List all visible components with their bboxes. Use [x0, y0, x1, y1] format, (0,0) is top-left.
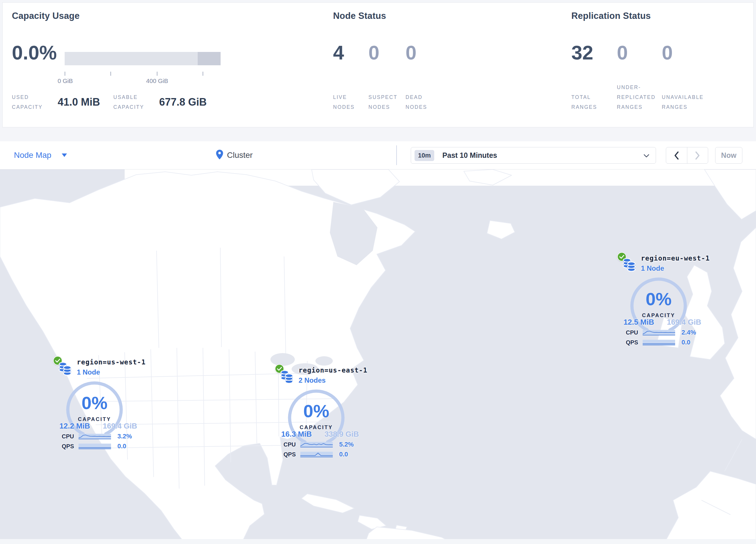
capacity-bar: [65, 52, 221, 65]
cpu-label: CPU: [626, 329, 643, 336]
time-back-button[interactable]: [666, 147, 687, 163]
capacity-percent: 0%: [286, 401, 347, 421]
qps-label: QPS: [283, 451, 300, 458]
qps-sparkline: [643, 340, 675, 345]
database-icon: [622, 258, 636, 273]
region-name: region=eu-west-1: [641, 254, 710, 262]
region-name: region=us-west-1: [77, 358, 146, 366]
used-capacity: 16.3 MiB: [281, 430, 312, 439]
usable-capacity-label: USABLE CAPACITY: [113, 92, 151, 112]
cpu-value: 5.2%: [339, 441, 354, 448]
breadcrumb-label: Cluster: [227, 150, 253, 160]
total-ranges-value: 32: [571, 43, 593, 62]
replication-status-title: Replication Status: [571, 11, 651, 21]
time-pager: [666, 147, 708, 164]
live-nodes-label: LIVE NODES: [333, 92, 365, 112]
total-capacity: 169.4 GiB: [667, 318, 701, 327]
capacity-gauge: 0% CAPACITY: [286, 387, 347, 448]
suspect-nodes-value: 0: [368, 43, 379, 62]
capacity-tick: [203, 72, 203, 76]
usable-capacity-value: 677.8 GiB: [159, 96, 207, 108]
used-capacity: 12.2 MiB: [59, 422, 90, 431]
view-selector-label: Node Map: [14, 150, 51, 160]
capacity-percent: 0.0%: [12, 43, 57, 62]
view-selector-dropdown[interactable]: Node Map: [14, 141, 67, 169]
capacity-tick: [65, 72, 65, 76]
total-ranges-label: TOTAL RANGES: [571, 92, 603, 112]
cpu-value: 3.2%: [117, 433, 132, 440]
suspect-nodes-label: SUSPECT NODES: [368, 92, 406, 112]
node-map-page: Capacity Usage 0.0% 0 GiB 400 GiB USED C…: [0, 0, 756, 544]
region-node-count-link[interactable]: 1 Node: [77, 368, 100, 376]
qps-value: 0.0: [117, 443, 126, 450]
map-pin-icon: [216, 149, 223, 161]
total-capacity: 169.4 GiB: [103, 422, 137, 431]
capacity-usage-title: Capacity Usage: [12, 11, 80, 21]
capacity-bar-used-segment: [198, 52, 221, 65]
qps-sparkline: [300, 452, 333, 457]
cpu-sparkline: [79, 434, 111, 439]
caret-down-icon: [62, 153, 67, 157]
qps-label: QPS: [62, 443, 79, 450]
capacity-percent: 0%: [64, 393, 125, 413]
region-name: region=us-east-1: [299, 367, 368, 374]
map-toolbar: Node Map Cluster 10m Past 10 Minutes No: [0, 141, 756, 169]
cpu-label: CPU: [283, 441, 300, 448]
time-range-label: Past 10 Minutes: [442, 151, 497, 159]
capacity-tick: [110, 72, 111, 76]
cpu-sparkline: [300, 442, 333, 447]
region-node-count-link[interactable]: 2 Nodes: [299, 376, 326, 385]
dead-nodes-value: 0: [406, 43, 417, 62]
cluster-stats-panel: Capacity Usage 0.0% 0 GiB 400 GiB USED C…: [2, 2, 754, 127]
under-replicated-ranges-label: UNDER-REPLICATED RANGES: [617, 82, 660, 112]
used-capacity: 12.5 MiB: [624, 318, 654, 327]
live-nodes-value: 4: [333, 43, 344, 62]
capacity-tick: [157, 72, 157, 76]
capacity-gauge: 0% CAPACITY: [628, 276, 689, 336]
breadcrumb[interactable]: Cluster: [216, 141, 253, 169]
qps-sparkline: [79, 444, 111, 449]
cpu-label: CPU: [62, 433, 79, 440]
map-bottom-strip: [0, 539, 756, 544]
capacity-percent: 0%: [628, 289, 689, 309]
capacity-gauge: 0% CAPACITY: [64, 379, 125, 440]
region-marker-eu-west-1[interactable]: region=eu-west-1 1 Node 0% CAPACITY 12.5…: [615, 251, 710, 350]
capacity-tick-label-400: 400 GiB: [146, 77, 168, 84]
total-capacity: 338.9 GiB: [324, 430, 359, 439]
cpu-value: 2.4%: [682, 329, 696, 336]
dead-nodes-label: DEAD NODES: [406, 92, 437, 112]
region-node-count-link[interactable]: 1 Node: [641, 264, 664, 273]
qps-value: 0.0: [339, 451, 348, 458]
database-icon: [58, 362, 72, 377]
time-forward-button[interactable]: [687, 147, 708, 163]
used-capacity-label: USED CAPACITY: [12, 92, 50, 112]
chevron-down-icon: [644, 154, 649, 159]
unavailable-ranges-label: UNAVAILABLE RANGES: [662, 92, 717, 112]
qps-value: 0.0: [682, 339, 690, 346]
under-replicated-ranges-value: 0: [617, 43, 628, 62]
database-icon: [280, 370, 293, 385]
unavailable-ranges-value: 0: [662, 43, 673, 62]
used-capacity-value: 41.0 MiB: [58, 96, 100, 108]
time-range-dropdown[interactable]: 10m Past 10 Minutes: [411, 147, 656, 164]
node-status-title: Node Status: [333, 11, 386, 21]
time-range-badge: 10m: [415, 150, 434, 161]
now-button[interactable]: Now: [715, 147, 742, 164]
cpu-sparkline: [643, 330, 675, 336]
toolbar-divider: [396, 145, 397, 165]
capacity-tick-label-0: 0 GiB: [58, 77, 73, 84]
region-marker-us-east-1[interactable]: region=us-east-1 2 Nodes 0% CAPACITY 16.…: [272, 364, 368, 462]
qps-label: QPS: [626, 339, 643, 346]
region-marker-us-west-1[interactable]: region=us-west-1 1 Node 0% CAPACITY 12.2…: [51, 356, 146, 454]
